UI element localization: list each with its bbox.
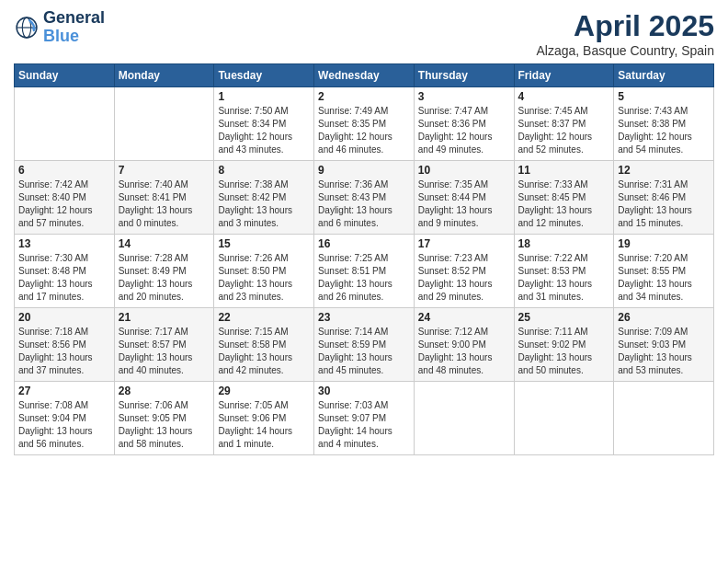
day-number: 11: [518, 164, 610, 177]
cell-info: Sunrise: 7:12 AM Sunset: 9:00 PM Dayligh…: [418, 326, 510, 377]
cell-info: Sunrise: 7:38 AM Sunset: 8:42 PM Dayligh…: [218, 178, 310, 230]
calendar-cell: 28Sunrise: 7:06 AM Sunset: 9:05 PM Dayli…: [114, 382, 214, 455]
calendar-cell: 27Sunrise: 7:08 AM Sunset: 9:04 PM Dayli…: [15, 382, 115, 455]
weekday-header-sunday: Sunday: [15, 64, 115, 87]
cell-info: Sunrise: 7:31 AM Sunset: 8:46 PM Dayligh…: [618, 178, 710, 230]
cell-info: Sunrise: 7:15 AM Sunset: 8:58 PM Dayligh…: [218, 326, 310, 377]
day-number: 26: [618, 311, 710, 324]
cell-info: Sunrise: 7:50 AM Sunset: 8:34 PM Dayligh…: [218, 105, 310, 156]
page: General Blue April 2025 Alzaga, Basque C…: [0, 0, 728, 563]
week-row-3: 13Sunrise: 7:30 AM Sunset: 8:48 PM Dayli…: [15, 235, 714, 308]
logo-text: General Blue: [43, 9, 105, 46]
cell-info: Sunrise: 7:35 AM Sunset: 8:44 PM Dayligh…: [418, 178, 510, 230]
calendar-cell: 29Sunrise: 7:05 AM Sunset: 9:06 PM Dayli…: [214, 382, 314, 455]
cell-info: Sunrise: 7:30 AM Sunset: 8:48 PM Dayligh…: [18, 252, 110, 304]
day-number: 1: [218, 90, 310, 103]
weekday-header-monday: Monday: [114, 64, 214, 87]
cell-info: Sunrise: 7:25 AM Sunset: 8:51 PM Dayligh…: [318, 252, 410, 304]
day-number: 23: [318, 311, 410, 324]
calendar-cell: 21Sunrise: 7:17 AM Sunset: 8:57 PM Dayli…: [114, 308, 214, 382]
day-number: 17: [418, 237, 510, 250]
day-number: 12: [618, 164, 710, 177]
calendar-table: SundayMondayTuesdayWednesdayThursdayFrid…: [14, 63, 714, 455]
week-row-2: 6Sunrise: 7:42 AM Sunset: 8:40 PM Daylig…: [15, 161, 714, 235]
weekday-header-row: SundayMondayTuesdayWednesdayThursdayFrid…: [15, 64, 714, 87]
calendar-cell: 10Sunrise: 7:35 AM Sunset: 8:44 PM Dayli…: [414, 161, 514, 235]
cell-info: Sunrise: 7:18 AM Sunset: 8:56 PM Dayligh…: [18, 326, 110, 377]
cell-info: Sunrise: 7:14 AM Sunset: 8:59 PM Dayligh…: [318, 326, 410, 377]
calendar-cell: 19Sunrise: 7:20 AM Sunset: 8:55 PM Dayli…: [614, 235, 714, 308]
cell-info: Sunrise: 7:43 AM Sunset: 8:38 PM Dayligh…: [618, 105, 710, 156]
day-number: 15: [218, 237, 310, 250]
logo-line2: Blue: [43, 28, 105, 46]
day-number: 13: [18, 237, 110, 250]
calendar-cell: 7Sunrise: 7:40 AM Sunset: 8:41 PM Daylig…: [114, 161, 214, 235]
week-row-1: 1Sunrise: 7:50 AM Sunset: 8:34 PM Daylig…: [15, 87, 714, 161]
day-number: 7: [119, 164, 210, 177]
logo-icon: [14, 15, 40, 40]
calendar-cell: [414, 382, 514, 455]
week-row-4: 20Sunrise: 7:18 AM Sunset: 8:56 PM Dayli…: [15, 308, 714, 382]
day-number: 6: [18, 164, 110, 177]
day-number: 18: [518, 237, 610, 250]
weekday-header-thursday: Thursday: [414, 64, 514, 87]
cell-info: Sunrise: 7:28 AM Sunset: 8:49 PM Dayligh…: [119, 252, 210, 304]
weekday-header-tuesday: Tuesday: [214, 64, 314, 87]
calendar-cell: 12Sunrise: 7:31 AM Sunset: 8:46 PM Dayli…: [614, 161, 714, 235]
cell-info: Sunrise: 7:17 AM Sunset: 8:57 PM Dayligh…: [119, 326, 210, 377]
day-number: 3: [418, 90, 510, 103]
calendar-cell: 11Sunrise: 7:33 AM Sunset: 8:45 PM Dayli…: [514, 161, 614, 235]
calendar-cell: 22Sunrise: 7:15 AM Sunset: 8:58 PM Dayli…: [214, 308, 314, 382]
day-number: 28: [119, 385, 210, 397]
day-number: 8: [218, 164, 310, 177]
cell-info: Sunrise: 7:23 AM Sunset: 8:52 PM Dayligh…: [418, 252, 510, 304]
cell-info: Sunrise: 7:36 AM Sunset: 8:43 PM Dayligh…: [318, 178, 410, 230]
day-number: 4: [518, 90, 610, 103]
cell-info: Sunrise: 7:22 AM Sunset: 8:53 PM Dayligh…: [518, 252, 610, 304]
cell-info: Sunrise: 7:05 AM Sunset: 9:06 PM Dayligh…: [218, 399, 310, 451]
calendar-cell: [514, 382, 614, 455]
day-number: 20: [18, 311, 110, 324]
weekday-header-friday: Friday: [514, 64, 614, 87]
day-number: 10: [418, 164, 510, 177]
calendar-cell: 16Sunrise: 7:25 AM Sunset: 8:51 PM Dayli…: [314, 235, 415, 308]
calendar-cell: [114, 87, 214, 161]
day-number: 27: [18, 385, 110, 397]
cell-info: Sunrise: 7:09 AM Sunset: 9:03 PM Dayligh…: [618, 326, 710, 377]
cell-info: Sunrise: 7:08 AM Sunset: 9:04 PM Dayligh…: [18, 399, 110, 451]
day-number: 19: [618, 237, 710, 250]
header: General Blue April 2025 Alzaga, Basque C…: [14, 9, 714, 58]
day-number: 29: [218, 385, 310, 397]
calendar-cell: 15Sunrise: 7:26 AM Sunset: 8:50 PM Dayli…: [214, 235, 314, 308]
day-number: 25: [518, 311, 610, 324]
calendar-cell: 18Sunrise: 7:22 AM Sunset: 8:53 PM Dayli…: [514, 235, 614, 308]
calendar-cell: 26Sunrise: 7:09 AM Sunset: 9:03 PM Dayli…: [614, 308, 714, 382]
cell-info: Sunrise: 7:47 AM Sunset: 8:36 PM Dayligh…: [418, 105, 510, 156]
calendar-cell: 23Sunrise: 7:14 AM Sunset: 8:59 PM Dayli…: [314, 308, 415, 382]
calendar-cell: 25Sunrise: 7:11 AM Sunset: 9:02 PM Dayli…: [514, 308, 614, 382]
cell-info: Sunrise: 7:20 AM Sunset: 8:55 PM Dayligh…: [618, 252, 710, 304]
calendar-cell: 24Sunrise: 7:12 AM Sunset: 9:00 PM Dayli…: [414, 308, 514, 382]
day-number: 21: [119, 311, 210, 324]
day-number: 9: [318, 164, 410, 177]
cell-info: Sunrise: 7:26 AM Sunset: 8:50 PM Dayligh…: [218, 252, 310, 304]
calendar-body: 1Sunrise: 7:50 AM Sunset: 8:34 PM Daylig…: [15, 87, 714, 455]
calendar-cell: 1Sunrise: 7:50 AM Sunset: 8:34 PM Daylig…: [214, 87, 314, 161]
day-number: 22: [218, 311, 310, 324]
day-number: 2: [318, 90, 410, 103]
calendar-cell: 17Sunrise: 7:23 AM Sunset: 8:52 PM Dayli…: [414, 235, 514, 308]
calendar-cell: 6Sunrise: 7:42 AM Sunset: 8:40 PM Daylig…: [15, 161, 115, 235]
logo-line1: General: [43, 9, 105, 28]
month-title: April 2025: [536, 9, 714, 43]
title-block: April 2025 Alzaga, Basque Country, Spain: [536, 9, 714, 58]
calendar-cell: [614, 382, 714, 455]
day-number: 14: [119, 237, 210, 250]
week-row-5: 27Sunrise: 7:08 AM Sunset: 9:04 PM Dayli…: [15, 382, 714, 455]
cell-info: Sunrise: 7:49 AM Sunset: 8:35 PM Dayligh…: [318, 105, 410, 156]
location: Alzaga, Basque Country, Spain: [536, 43, 714, 58]
calendar-cell: 13Sunrise: 7:30 AM Sunset: 8:48 PM Dayli…: [15, 235, 115, 308]
calendar-cell: 8Sunrise: 7:38 AM Sunset: 8:42 PM Daylig…: [214, 161, 314, 235]
calendar-header: SundayMondayTuesdayWednesdayThursdayFrid…: [15, 64, 714, 87]
cell-info: Sunrise: 7:11 AM Sunset: 9:02 PM Dayligh…: [518, 326, 610, 377]
day-number: 5: [618, 90, 710, 103]
